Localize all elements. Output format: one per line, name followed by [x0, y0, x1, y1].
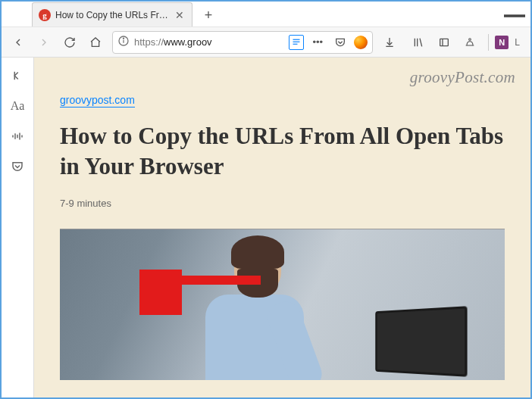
pocket-save-icon[interactable]	[331, 33, 349, 51]
reader-close-icon[interactable]	[4, 62, 31, 89]
svg-rect-11	[440, 39, 449, 45]
home-button[interactable]	[83, 30, 108, 55]
new-tab-button[interactable]: +	[197, 4, 220, 26]
url-text: https://www.groov	[134, 36, 284, 48]
article-hero-image	[60, 229, 505, 380]
svg-point-13	[469, 38, 471, 40]
address-bar[interactable]: https://www.groov •••	[112, 31, 373, 54]
tab-title: How to Copy the URLs From All	[55, 10, 169, 20]
forward-button[interactable]	[32, 30, 56, 55]
toolbar-separator	[488, 34, 489, 51]
onenote-extension-icon[interactable]: N	[495, 36, 509, 49]
navigation-toolbar: https://www.groov ••• N L	[2, 27, 530, 58]
tab-favicon-icon: g	[39, 9, 51, 21]
svg-point-3	[123, 38, 124, 39]
window-titlebar: g How to Copy the URLs From All ✕ +	[2, 2, 530, 27]
pocket-sidebar-icon[interactable]	[4, 153, 31, 180]
reader-view: groovyPost.com groovypost.com How to Cop…	[34, 58, 530, 397]
notifications-icon[interactable]	[458, 30, 482, 55]
article-title: How to Copy the URLs From All Open Tabs …	[60, 121, 505, 181]
site-info-icon[interactable]	[117, 35, 130, 49]
library-button[interactable]	[406, 30, 430, 55]
type-controls-button[interactable]: Aa	[4, 92, 31, 120]
read-time-label: 7-9 minutes	[60, 198, 505, 209]
page-actions-button[interactable]: •••	[308, 33, 327, 51]
svg-line-10	[420, 38, 422, 46]
narrate-button[interactable]	[4, 123, 31, 150]
article-source-link[interactable]: groovypost.com	[60, 94, 135, 108]
reader-sidebar: Aa	[2, 58, 34, 397]
downloads-button[interactable]	[377, 30, 402, 55]
sidebar-toggle-button[interactable]	[432, 30, 456, 55]
watermark-text: groovyPost.com	[410, 68, 515, 87]
window-minimize-button[interactable]	[499, 5, 530, 26]
browser-tab[interactable]: g How to Copy the URLs From All ✕	[32, 2, 192, 26]
reload-button[interactable]	[58, 30, 82, 55]
firefox-logo-icon	[354, 36, 368, 49]
tab-close-button[interactable]: ✕	[174, 9, 186, 21]
window-controls	[499, 5, 530, 26]
reader-view-icon[interactable]	[289, 35, 304, 50]
profile-label[interactable]: L	[515, 37, 520, 48]
back-button[interactable]	[6, 30, 30, 55]
